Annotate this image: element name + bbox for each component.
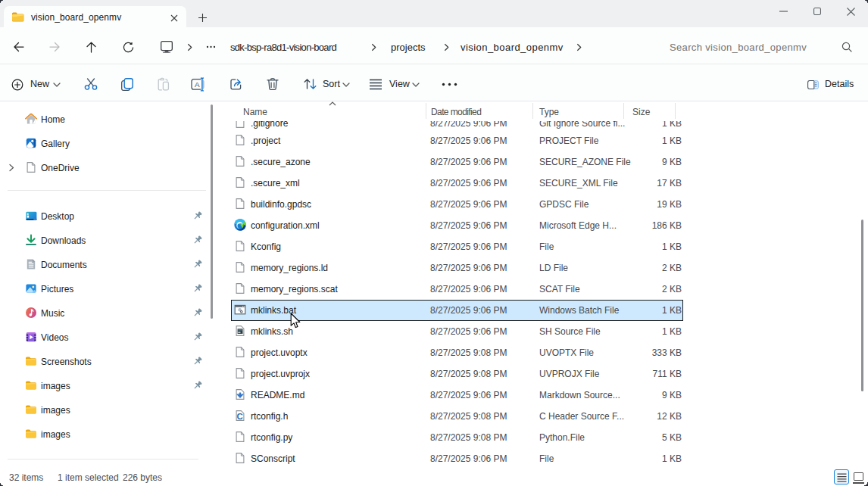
svg-text:A: A: [195, 80, 200, 89]
